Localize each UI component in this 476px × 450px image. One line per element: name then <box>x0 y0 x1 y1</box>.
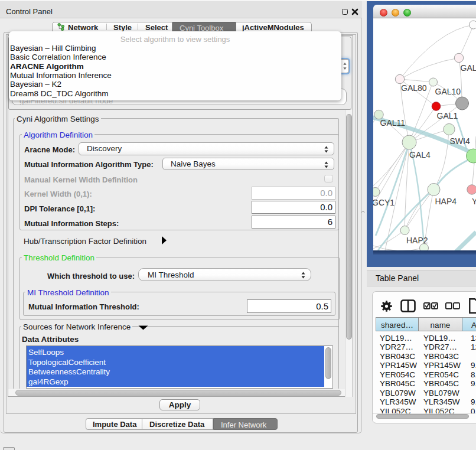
svg-text:GAL7: GAL7 <box>461 63 476 73</box>
svg-text:GCY1: GCY1 <box>373 198 395 207</box>
svg-text:GAL10: GAL10 <box>435 87 461 96</box>
svg-text:GAL4: GAL4 <box>409 150 431 159</box>
svg-text:GAL80: GAL80 <box>401 83 427 93</box>
svg-text:HAP4: HAP4 <box>435 197 457 206</box>
svg-text:GAL1: GAL1 <box>437 111 458 120</box>
svg-text:Y: Y <box>472 197 476 206</box>
svg-text:GAL11: GAL11 <box>380 118 406 128</box>
svg-text:HAP2: HAP2 <box>406 236 428 245</box>
svg-text:SWI4: SWI4 <box>450 136 470 146</box>
